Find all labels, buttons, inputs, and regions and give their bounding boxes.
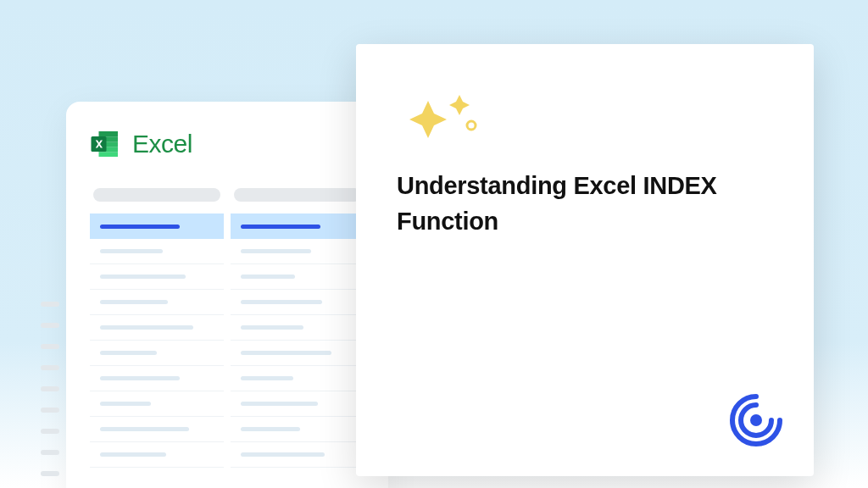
table-header-cell [90,214,224,239]
sheet-tab [234,188,361,202]
table-cell [231,315,364,341]
table-cell [90,290,224,315]
spreadsheet-table [90,214,364,468]
svg-rect-1 [99,131,119,137]
table-cell [90,391,224,417]
table-cell [231,290,364,315]
table-header-cell [231,214,364,239]
table-cell [90,341,224,366]
table-cell [90,264,224,290]
page-title: Understanding Excel INDEX Function [397,168,773,239]
excel-header: Excel [90,129,364,159]
table-column [231,214,364,468]
svg-point-8 [750,414,762,426]
table-cell [231,341,364,366]
table-cell [231,391,364,417]
table-cell [231,366,364,391]
table-cell [231,239,364,264]
sheet-tab [93,188,220,202]
table-cell [231,264,364,290]
table-column [90,214,224,468]
row-gutter [41,302,59,488]
excel-app-label: Excel [132,130,192,158]
table-cell [90,366,224,391]
table-cell [90,239,224,264]
svg-rect-5 [99,152,119,157]
sparkle-icon [397,86,498,146]
table-cell [231,417,364,442]
excel-icon [90,129,120,159]
table-cell [231,442,364,468]
sheet-tabs [90,188,364,202]
table-cell [90,442,224,468]
svg-point-7 [467,121,476,130]
title-card: Understanding Excel INDEX Function [356,44,814,476]
brand-logo-icon [729,393,783,447]
table-cell [90,315,224,341]
excel-document-card: Excel [66,102,388,488]
table-cell [90,417,224,442]
